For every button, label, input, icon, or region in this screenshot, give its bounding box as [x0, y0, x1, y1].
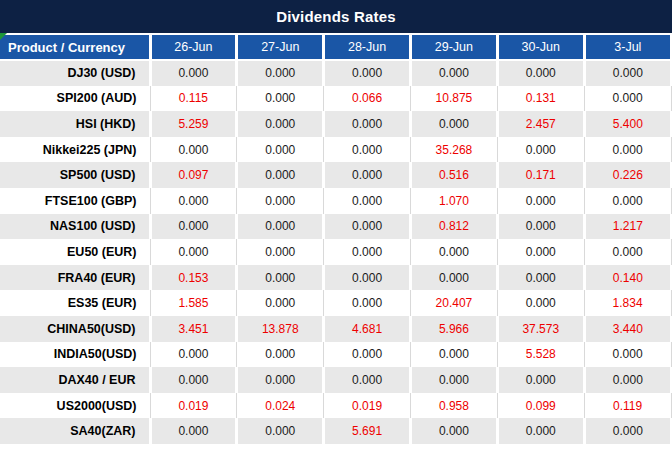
rate-cell: 3.451: [150, 316, 237, 342]
rate-cell: 0.000: [584, 188, 671, 214]
rate-cell: 10.875: [410, 86, 497, 112]
product-cell: ES35 (EUR): [0, 290, 150, 316]
rate-cell: 0.226: [584, 162, 671, 188]
rate-cell: 0.000: [584, 367, 671, 393]
product-cell: Nikkei225 (JPN): [0, 137, 150, 163]
rate-cell: 0.000: [150, 188, 237, 214]
rate-cell: 0.000: [150, 367, 237, 393]
table-row: US2000(USD)0.0190.0240.0190.9580.0990.11…: [0, 393, 671, 419]
table-row: SPI200 (AUD)0.1150.0000.06610.8750.1310.…: [0, 86, 671, 112]
rate-cell: 0.000: [324, 137, 411, 163]
rate-cell: 0.000: [324, 342, 411, 368]
rate-cell: 0.000: [324, 188, 411, 214]
rate-cell: 5.691: [324, 418, 411, 444]
dividends-rates-widget: Dividends Rates Product / Currency 26-Ju…: [0, 0, 672, 444]
rate-cell: 0.000: [584, 418, 671, 444]
header-product-currency-label: Product / Currency: [8, 40, 125, 55]
rate-cell: 0.000: [497, 60, 584, 86]
product-cell: US2000(USD): [0, 393, 150, 419]
product-cell: SP500 (USD): [0, 162, 150, 188]
product-cell: HSI (HKD): [0, 111, 150, 137]
table-row: SP500 (USD)0.0970.0000.0000.5160.1710.22…: [0, 162, 671, 188]
title-bar: Dividends Rates: [0, 0, 672, 33]
rate-cell: 5.528: [497, 342, 584, 368]
rate-cell: 0.000: [237, 214, 324, 240]
rate-cell: 0.000: [237, 418, 324, 444]
rate-cell: 5.400: [584, 111, 671, 137]
rate-cell: 0.019: [324, 393, 411, 419]
rate-cell: 37.573: [497, 316, 584, 342]
rate-cell: 0.140: [584, 265, 671, 291]
product-cell: SA40(ZAR): [0, 418, 150, 444]
rate-cell: 0.000: [584, 60, 671, 86]
rate-cell: 0.000: [497, 290, 584, 316]
table-row: SA40(ZAR)0.0000.0005.6910.0000.0000.000: [0, 418, 671, 444]
rate-cell: 5.259: [150, 111, 237, 137]
table-row: ES35 (EUR)1.5850.0000.00020.4070.0001.83…: [0, 290, 671, 316]
dividends-table: Product / Currency 26-Jun27-Jun28-Jun29-…: [0, 33, 672, 444]
rate-cell: 0.153: [150, 265, 237, 291]
rate-cell: 0.171: [497, 162, 584, 188]
rate-cell: 0.000: [150, 214, 237, 240]
rate-cell: 1.217: [584, 214, 671, 240]
rate-cell: 20.407: [410, 290, 497, 316]
rate-cell: 0.000: [410, 367, 497, 393]
rate-cell: 0.000: [497, 367, 584, 393]
rate-cell: 0.000: [237, 162, 324, 188]
product-cell: EU50 (EUR): [0, 239, 150, 265]
rate-cell: 0.000: [497, 265, 584, 291]
product-cell: DAX40 / EUR: [0, 367, 150, 393]
table-row: Nikkei225 (JPN)0.0000.0000.00035.2680.00…: [0, 137, 671, 163]
header-product-currency: Product / Currency: [0, 34, 150, 60]
rate-cell: 0.000: [584, 239, 671, 265]
product-cell: DJ30 (USD): [0, 60, 150, 86]
rate-cell: 35.268: [410, 137, 497, 163]
rate-cell: 0.000: [237, 188, 324, 214]
table-row: CHINA50(USD)3.45113.8784.6815.96637.5733…: [0, 316, 671, 342]
rate-cell: 0.000: [410, 111, 497, 137]
table-row: FTSE100 (GBP)0.0000.0000.0001.0700.0000.…: [0, 188, 671, 214]
rate-cell: 0.066: [324, 86, 411, 112]
rate-cell: 0.000: [497, 214, 584, 240]
rate-cell: 0.000: [324, 111, 411, 137]
rate-cell: 0.000: [237, 137, 324, 163]
rate-cell: 0.000: [237, 290, 324, 316]
rate-cell: 0.000: [237, 60, 324, 86]
table-row: HSI (HKD)5.2590.0000.0000.0002.4575.400: [0, 111, 671, 137]
rate-cell: 0.000: [150, 239, 237, 265]
header-date: 28-Jun: [324, 34, 411, 60]
rate-cell: 0.000: [410, 265, 497, 291]
table-row: EU50 (EUR)0.0000.0000.0000.0000.0000.000: [0, 239, 671, 265]
rate-cell: 0.000: [324, 214, 411, 240]
rate-cell: 1.834: [584, 290, 671, 316]
rate-cell: 0.000: [584, 137, 671, 163]
rate-cell: 0.131: [497, 86, 584, 112]
rate-cell: 0.024: [237, 393, 324, 419]
header-date: 30-Jun: [497, 34, 584, 60]
rate-cell: 0.000: [410, 60, 497, 86]
product-cell: FTSE100 (GBP): [0, 188, 150, 214]
rate-cell: 4.681: [324, 316, 411, 342]
rate-cell: 0.000: [150, 342, 237, 368]
rate-cell: 0.000: [150, 418, 237, 444]
rate-cell: 0.000: [497, 137, 584, 163]
rate-cell: 0.000: [150, 137, 237, 163]
rate-cell: 0.000: [237, 86, 324, 112]
rate-cell: 0.000: [150, 60, 237, 86]
table-row: INDIA50(USD)0.0000.0000.0000.0005.5280.0…: [0, 342, 671, 368]
rate-cell: 0.000: [410, 418, 497, 444]
rate-cell: 3.440: [584, 316, 671, 342]
rate-cell: 0.812: [410, 214, 497, 240]
table-row: DAX40 / EUR0.0000.0000.0000.0000.0000.00…: [0, 367, 671, 393]
rate-cell: 0.000: [237, 265, 324, 291]
header-date: 29-Jun: [410, 34, 497, 60]
rate-cell: 0.115: [150, 86, 237, 112]
rate-cell: 0.000: [324, 60, 411, 86]
rate-cell: 0.958: [410, 393, 497, 419]
header-date: 27-Jun: [237, 34, 324, 60]
rate-cell: 0.097: [150, 162, 237, 188]
rate-cell: 0.000: [584, 342, 671, 368]
rate-cell: 0.000: [237, 342, 324, 368]
rate-cell: 0.000: [410, 342, 497, 368]
rate-cell: 5.966: [410, 316, 497, 342]
